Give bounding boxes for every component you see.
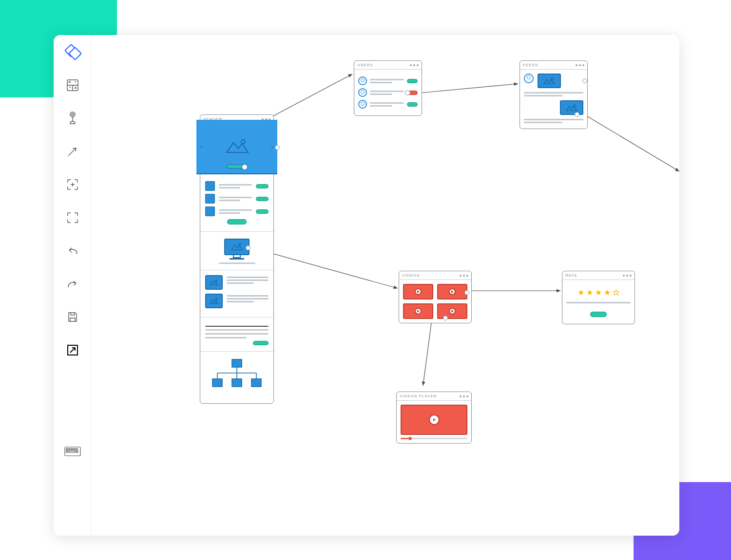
- avatar-icon: [358, 76, 367, 85]
- crop-icon[interactable]: [62, 207, 83, 228]
- save-icon[interactable]: [62, 307, 83, 327]
- window-controls-icon: [460, 275, 468, 277]
- star-icon[interactable]: ★: [604, 288, 611, 297]
- avatar-icon: [524, 74, 534, 83]
- toolbar: [54, 35, 92, 536]
- list-item[interactable]: [205, 206, 269, 216]
- text-line: [524, 92, 583, 93]
- card-titlebar: RATE: [562, 271, 635, 280]
- chevron-left-icon[interactable]: ‹: [200, 143, 203, 150]
- list-item[interactable]: [205, 194, 269, 204]
- monitor-section: [200, 232, 273, 270]
- hotspot[interactable]: [464, 290, 469, 295]
- image-thumb-icon: [205, 275, 223, 290]
- cta-button[interactable]: [227, 219, 247, 224]
- gallery-item[interactable]: [205, 275, 269, 290]
- user-row[interactable]: [358, 88, 418, 97]
- crosshair-add-icon[interactable]: [62, 174, 83, 195]
- star-empty-icon[interactable]: ★: [613, 288, 619, 297]
- keyboard-icon[interactable]: [62, 441, 83, 462]
- svg-rect-15: [76, 448, 77, 450]
- svg-rect-36: [232, 379, 242, 387]
- cta-button[interactable]: [253, 341, 269, 345]
- toggle-off[interactable]: [407, 91, 418, 95]
- card-titlebar: FEEDS: [520, 61, 587, 70]
- hotspot[interactable]: [246, 245, 250, 250]
- play-icon: [449, 308, 456, 315]
- svg-rect-1: [69, 47, 81, 59]
- redo-icon[interactable]: [62, 274, 83, 294]
- submit-button[interactable]: [590, 312, 607, 317]
- text-line: [219, 262, 255, 264]
- pill-button[interactable]: [256, 184, 269, 188]
- hotspot[interactable]: [275, 145, 280, 150]
- card-videos[interactable]: VIDEOS: [399, 271, 472, 323]
- toggle-on[interactable]: [407, 79, 418, 83]
- gallery-section: [200, 270, 273, 317]
- window-controls-icon: [576, 64, 584, 66]
- play-icon: [449, 288, 456, 295]
- list-section: [200, 174, 273, 232]
- carousel-indicator[interactable]: [227, 165, 247, 168]
- video-thumb[interactable]: [437, 303, 467, 319]
- templates-icon[interactable]: [62, 75, 83, 95]
- svg-point-28: [216, 299, 217, 300]
- card-title: FEEDS: [523, 63, 539, 67]
- text-line: [524, 119, 583, 120]
- svg-rect-29: [232, 359, 242, 367]
- star-rating[interactable]: ★ ★ ★ ★ ★: [566, 288, 631, 297]
- hotspot[interactable]: [582, 78, 587, 83]
- toggle-on[interactable]: [407, 102, 418, 107]
- video-player[interactable]: [401, 405, 467, 435]
- text-line: [205, 329, 269, 331]
- hotspot[interactable]: [575, 112, 579, 117]
- list-item[interactable]: [205, 181, 269, 191]
- export-icon[interactable]: [62, 340, 83, 360]
- card-title: VIDEOS: [402, 273, 420, 278]
- sitemap-icon: [210, 358, 264, 392]
- star-icon[interactable]: ★: [577, 288, 584, 297]
- card-title: USERS: [357, 63, 373, 67]
- chevron-right-icon[interactable]: ›: [271, 143, 273, 150]
- avatar-icon: [358, 88, 367, 97]
- card-header[interactable]: HEADER ‹ ›: [200, 114, 274, 404]
- card-titlebar: USERS: [354, 61, 422, 70]
- feed-item[interactable]: [524, 74, 583, 88]
- hand-touch-icon[interactable]: [62, 108, 83, 129]
- video-thumb[interactable]: [403, 303, 433, 319]
- feed-item[interactable]: [524, 100, 583, 115]
- text-line: [205, 337, 247, 338]
- card-title: VIDEOS PLAYER: [400, 394, 437, 398]
- video-thumb[interactable]: [403, 284, 433, 299]
- card-titlebar: VIDEOS PLAYER: [397, 392, 471, 401]
- progress-bar[interactable]: [401, 438, 467, 439]
- svg-point-5: [69, 87, 70, 88]
- video-thumb[interactable]: [437, 284, 467, 299]
- thumbnail-icon: [205, 206, 215, 216]
- svg-point-25: [241, 140, 245, 144]
- gallery-item[interactable]: [205, 294, 269, 308]
- card-titlebar: VIDEOS: [399, 271, 471, 280]
- card-rate[interactable]: RATE ★ ★ ★ ★ ★: [562, 271, 635, 324]
- card-video-player[interactable]: VIDEOS PLAYER: [396, 392, 472, 444]
- svg-rect-17: [69, 451, 76, 452]
- star-icon[interactable]: ★: [595, 288, 602, 297]
- svg-rect-12: [69, 448, 70, 450]
- pill-button[interactable]: [256, 209, 269, 214]
- pill-button[interactable]: [256, 197, 269, 201]
- user-row[interactable]: [358, 76, 418, 85]
- window-controls-icon: [623, 275, 632, 277]
- user-row[interactable]: [358, 100, 418, 109]
- card-feeds[interactable]: FEEDS: [519, 60, 588, 129]
- hero-carousel[interactable]: ‹ ›: [196, 120, 277, 174]
- star-icon[interactable]: ★: [586, 288, 593, 297]
- canvas[interactable]: HEADER ‹ ›: [92, 35, 679, 536]
- avatar-icon: [358, 100, 367, 109]
- arrow-cursor-icon[interactable]: [62, 141, 83, 162]
- hotspot[interactable]: [443, 316, 448, 320]
- card-users[interactable]: USERS: [354, 60, 422, 116]
- undo-icon[interactable]: [62, 241, 83, 261]
- hotspot[interactable]: [405, 90, 410, 95]
- svg-point-8: [72, 113, 74, 115]
- svg-point-27: [216, 280, 217, 281]
